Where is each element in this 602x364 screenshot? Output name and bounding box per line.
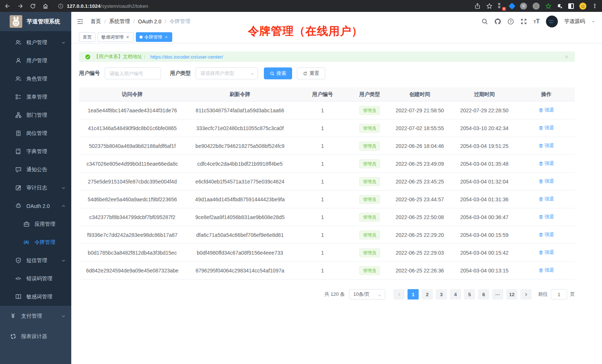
force-logout-button[interactable]: 强退 bbox=[539, 214, 554, 220]
reset-button[interactable]: 重置 bbox=[297, 67, 325, 79]
bookmark-star-icon[interactable] bbox=[486, 3, 493, 9]
page-button-2[interactable]: 2 bbox=[422, 289, 433, 300]
force-logout-button[interactable]: 强退 bbox=[539, 160, 554, 167]
sidebar-item-sensitive-words[interactable]: 敏感词管理 bbox=[0, 288, 71, 306]
address-bar[interactable]: 127.0.0.1:1024/system/oauth2/token bbox=[58, 3, 148, 9]
tab-token-management[interactable]: 令牌管理 bbox=[136, 32, 172, 42]
next-page-button[interactable] bbox=[520, 289, 531, 300]
cell-action: 强退 bbox=[518, 267, 575, 274]
browser-home-icon[interactable] bbox=[42, 3, 49, 9]
help-icon[interactable]: ? bbox=[507, 18, 514, 25]
prev-page-button[interactable] bbox=[393, 289, 405, 300]
close-icon[interactable] bbox=[164, 35, 169, 39]
force-logout-button[interactable]: 强退 bbox=[539, 249, 554, 256]
browser-menu-icon[interactable]: ⋮ bbox=[592, 3, 598, 9]
sidebar-item-menus[interactable]: 菜单管理 bbox=[0, 88, 71, 106]
col-expires: 过期时间 bbox=[451, 91, 518, 98]
sidebar-item-audit-log[interactable]: 审计日志 bbox=[0, 179, 71, 197]
page-button-4[interactable]: 4 bbox=[450, 289, 461, 300]
trash-icon bbox=[539, 197, 543, 202]
cell-user-id: 1 bbox=[294, 179, 351, 185]
force-logout-button[interactable]: 强退 bbox=[539, 196, 554, 202]
breadcrumb: 首页 / 系统管理 / OAuth 2.0 / 令牌管理 bbox=[91, 18, 190, 25]
trash-icon bbox=[539, 126, 543, 130]
collapse-sidebar-button[interactable] bbox=[76, 18, 84, 25]
user-avatar[interactable] bbox=[546, 16, 558, 27]
side-panel-icon[interactable] bbox=[568, 3, 574, 9]
extension-grid-icon[interactable]: 9 bbox=[498, 3, 504, 9]
sidebar-item-departments[interactable]: 部门管理 bbox=[0, 106, 71, 124]
username-dropdown[interactable]: 芋道源码 bbox=[564, 18, 585, 25]
user-type-badge: 管理员 bbox=[359, 195, 380, 204]
github-icon[interactable] bbox=[494, 18, 501, 25]
fullscreen-icon[interactable] bbox=[520, 18, 527, 25]
page-button-3[interactable]: 3 bbox=[436, 289, 447, 300]
breadcrumb-oauth2[interactable]: OAuth 2.0 bbox=[138, 19, 161, 24]
col-access-token: 访问令牌 bbox=[79, 91, 186, 98]
force-logout-button[interactable]: 强退 bbox=[539, 267, 554, 274]
page-ellipsis-button[interactable]: ··· bbox=[492, 289, 503, 300]
cell-access-token: 41c41346a548490f9dc8b01c6bfe0865 bbox=[79, 125, 186, 131]
cell-created: 2022-06-25 23:49:09 bbox=[389, 161, 451, 167]
close-icon[interactable] bbox=[125, 35, 130, 39]
force-logout-button[interactable]: 强退 bbox=[539, 125, 554, 131]
sidebar-item-report-designer[interactable]: 报表设计器 bbox=[0, 326, 71, 347]
gem-extension-icon[interactable] bbox=[508, 3, 515, 9]
user-id-input[interactable] bbox=[105, 67, 161, 79]
page-size-select[interactable]: 10条/页 bbox=[349, 289, 385, 300]
sidebar-item-oauth-apps[interactable]: 应用管理 bbox=[0, 215, 71, 233]
font-size-icon[interactable]: TT bbox=[533, 18, 540, 25]
user-type-label: 用户类型 bbox=[170, 70, 191, 77]
sidebar-item-tenant[interactable]: 租户管理 bbox=[0, 33, 71, 52]
sidebar-item-oauth-tokens[interactable]: (A) 令牌管理 bbox=[0, 233, 71, 251]
cell-expires: 2054-03-04 00:13:15 bbox=[451, 268, 518, 274]
close-icon[interactable] bbox=[564, 54, 569, 59]
sidebar-item-dictionary[interactable]: 字典管理 bbox=[0, 142, 71, 161]
search-icon[interactable] bbox=[481, 18, 488, 25]
page-button-1[interactable]: 1 bbox=[408, 289, 419, 300]
sidebar-item-error-codes[interactable]: </> 错误码管理 bbox=[0, 269, 71, 288]
share-icon[interactable] bbox=[474, 3, 481, 9]
sidebar-item-sms[interactable]: 短信管理 bbox=[0, 251, 71, 269]
force-logout-button[interactable]: 强退 bbox=[539, 107, 554, 113]
browser-forward-icon[interactable] bbox=[17, 3, 23, 9]
command-extension-icon[interactable]: ⌘ bbox=[520, 3, 527, 10]
tab-home[interactable]: 首页 bbox=[79, 32, 95, 42]
breadcrumb-system[interactable]: 系统管理 bbox=[109, 18, 130, 25]
cell-action: 强退 bbox=[518, 107, 575, 114]
puzzle-extension-icon[interactable] bbox=[557, 3, 563, 9]
user-type-badge: 管理员 bbox=[359, 106, 380, 115]
doc-link[interactable]: https://doc.iocoder.cn/user-center/ bbox=[150, 54, 223, 60]
sidebar-item-users[interactable]: 用户管理 bbox=[0, 52, 71, 70]
tab-sensitive-words[interactable]: 敏感词管理 bbox=[98, 32, 134, 42]
site-info-icon[interactable] bbox=[58, 3, 63, 9]
cell-access-token: c347026e805e4d99b0d116eae66eda8c bbox=[79, 161, 186, 167]
menu-tree-icon bbox=[15, 94, 22, 100]
force-logout-button[interactable]: 强退 bbox=[539, 142, 554, 149]
sidebar-item-posts[interactable]: 岗位管理 bbox=[0, 124, 71, 142]
search-button[interactable]: 搜索 bbox=[264, 67, 292, 79]
page-button-12[interactable]: 12 bbox=[506, 289, 517, 300]
breadcrumb-current: 令牌管理 bbox=[170, 18, 190, 25]
sidebar-item-roles[interactable]: 角色管理 bbox=[0, 70, 71, 88]
breadcrumb-home[interactable]: 首页 bbox=[91, 18, 101, 25]
browser-back-icon[interactable] bbox=[4, 3, 11, 9]
force-logout-button[interactable]: 强退 bbox=[539, 231, 554, 238]
record-extension-icon[interactable] bbox=[533, 3, 540, 10]
chevron-down-icon bbox=[61, 40, 66, 45]
sidebar-item-notice[interactable]: 通知公告 bbox=[0, 161, 71, 179]
chevron-down-icon bbox=[250, 72, 255, 76]
green-star-extension-icon[interactable] bbox=[545, 3, 552, 9]
cell-created: 2022-06-26 18:04:46 bbox=[389, 143, 451, 149]
chevron-down-icon bbox=[377, 293, 382, 298]
user-type-select[interactable]: 请选择用户类型 bbox=[196, 67, 258, 79]
sidebar-item-oauth2[interactable]: OAuth 2.0 bbox=[0, 197, 71, 215]
profile-avatar-icon[interactable]: ☺ bbox=[579, 3, 586, 10]
sidebar-item-payment[interactable]: ¥ 支付管理 bbox=[0, 306, 71, 326]
page-button-6[interactable]: 6 bbox=[478, 289, 489, 300]
browser-reload-icon[interactable] bbox=[30, 3, 36, 9]
force-logout-button[interactable]: 强退 bbox=[539, 178, 554, 185]
extension-badge: 9 bbox=[502, 7, 506, 11]
page-button-5[interactable]: 5 bbox=[464, 289, 475, 300]
goto-page-input[interactable] bbox=[551, 289, 567, 300]
